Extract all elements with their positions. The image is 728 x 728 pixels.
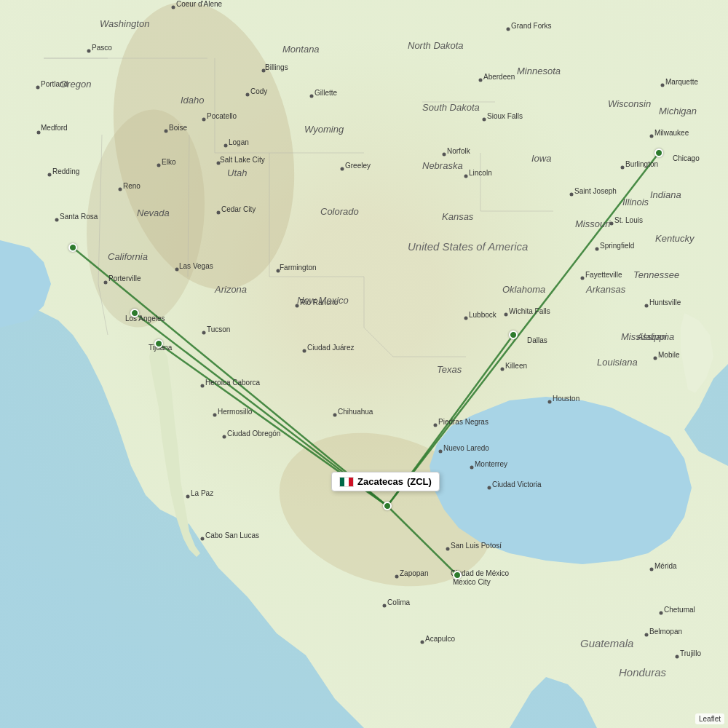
city-dot bbox=[262, 69, 266, 73]
city-dot bbox=[421, 641, 424, 644]
city-dot bbox=[505, 313, 508, 317]
city-dot bbox=[36, 86, 40, 90]
city-dot bbox=[483, 118, 486, 122]
mexico-flag bbox=[339, 477, 354, 487]
city-dot bbox=[55, 218, 59, 222]
city-dot bbox=[217, 162, 221, 165]
city-dot bbox=[383, 604, 387, 608]
city-dot bbox=[464, 317, 468, 320]
city-dot bbox=[186, 495, 190, 499]
origin-airport-marker[interactable] bbox=[383, 502, 392, 510]
city-dot bbox=[507, 28, 510, 31]
city-dot bbox=[277, 269, 280, 273]
city-dot bbox=[581, 277, 585, 280]
city-dot bbox=[470, 466, 474, 470]
city-dot bbox=[201, 537, 205, 541]
city-dot bbox=[341, 167, 344, 171]
city-dot bbox=[661, 84, 665, 87]
city-dot bbox=[645, 633, 649, 637]
city-dot bbox=[172, 6, 175, 9]
city-dot bbox=[570, 193, 574, 197]
map-background bbox=[0, 0, 728, 728]
destination-airport-marker[interactable] bbox=[654, 149, 663, 157]
city-dot bbox=[439, 450, 443, 454]
city-dot bbox=[296, 304, 299, 308]
map-container: PortlandMedfordReddingSanta RosaPascoBoi… bbox=[0, 0, 728, 728]
city-dot bbox=[48, 173, 52, 177]
city-dot bbox=[654, 357, 657, 360]
city-dot bbox=[202, 118, 206, 122]
destination-airport-marker[interactable] bbox=[154, 339, 163, 348]
city-dot bbox=[676, 655, 679, 659]
city-dot bbox=[213, 414, 217, 417]
city-dot bbox=[479, 79, 483, 82]
destination-airport-marker[interactable] bbox=[130, 309, 139, 317]
origin-airport-label: Zacatecas bbox=[357, 476, 403, 487]
city-dot bbox=[610, 222, 614, 226]
city-dot bbox=[645, 304, 649, 308]
city-dot bbox=[650, 568, 654, 571]
city-dot bbox=[443, 153, 446, 157]
destination-airport-marker[interactable] bbox=[453, 571, 462, 579]
destination-airport-marker[interactable] bbox=[68, 243, 77, 252]
city-dot bbox=[246, 93, 250, 97]
origin-airport-code: (ZCL) bbox=[407, 476, 432, 487]
city-dot bbox=[223, 435, 226, 439]
city-dot bbox=[217, 211, 221, 215]
city-dot bbox=[548, 400, 552, 404]
city-dot bbox=[464, 175, 468, 178]
city-dot bbox=[310, 95, 314, 98]
city-dot bbox=[201, 384, 205, 388]
city-dot bbox=[202, 331, 206, 335]
city-dot bbox=[621, 166, 625, 170]
city-dot bbox=[37, 131, 41, 135]
city-dot bbox=[650, 135, 654, 138]
city-dot bbox=[224, 144, 228, 148]
city-dot bbox=[488, 486, 491, 490]
origin-airport-popup: Zacatecas (ZCL) bbox=[331, 472, 440, 491]
city-dot bbox=[165, 130, 168, 133]
map-attribution: Leaflet bbox=[695, 713, 724, 724]
city-dot bbox=[434, 424, 438, 427]
city-dot bbox=[501, 368, 505, 371]
city-dot bbox=[119, 188, 122, 191]
city-dot bbox=[104, 281, 108, 285]
city-dot bbox=[157, 164, 161, 167]
city-dot bbox=[660, 612, 663, 615]
city-dot bbox=[333, 414, 337, 417]
city-dot bbox=[446, 547, 450, 551]
city-dot bbox=[175, 268, 179, 272]
city-dot bbox=[596, 248, 599, 251]
city-dot bbox=[395, 575, 399, 579]
city-dot bbox=[303, 349, 306, 353]
destination-airport-marker[interactable] bbox=[509, 331, 518, 339]
city-dot bbox=[87, 50, 91, 53]
